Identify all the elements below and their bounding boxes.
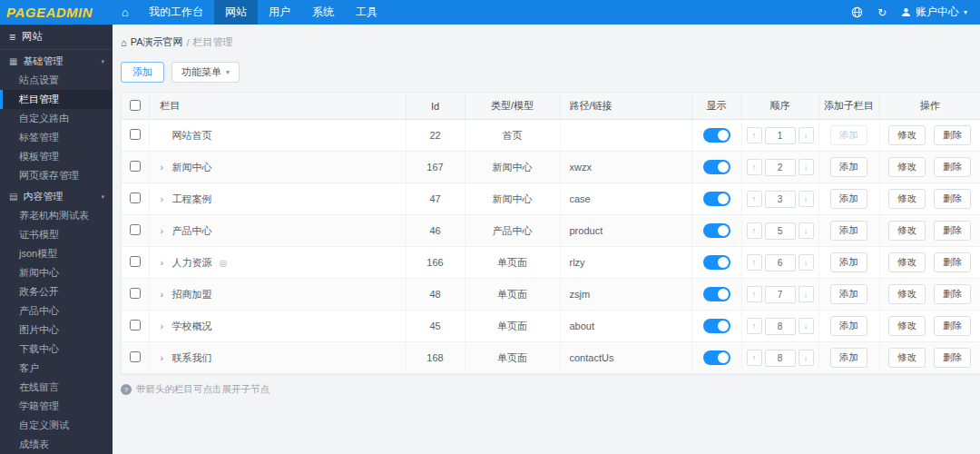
delete-button[interactable]: 删除	[934, 125, 971, 145]
order-down-button[interactable]: ↓	[799, 191, 814, 207]
delete-button[interactable]: 删除	[934, 221, 971, 241]
row-checkbox[interactable]	[130, 192, 141, 203]
order-up-button[interactable]: ↑	[747, 222, 762, 239]
visibility-toggle[interactable]	[703, 192, 730, 206]
sidebar-item[interactable]: 站点设置	[0, 71, 113, 90]
sidebar-item[interactable]: 成绩表	[0, 435, 113, 454]
modify-button[interactable]: 修改	[888, 284, 926, 304]
visibility-toggle[interactable]	[703, 350, 730, 365]
sidebar-item[interactable]: 模板管理	[0, 147, 113, 166]
row-checkbox[interactable]	[130, 129, 141, 140]
sidebar-item[interactable]: 养老机构测试表	[0, 206, 113, 225]
order-down-button[interactable]: ↓	[799, 159, 814, 175]
visibility-toggle[interactable]	[703, 319, 730, 333]
modify-button[interactable]: 修改	[888, 189, 926, 209]
modify-button[interactable]: 修改	[888, 316, 926, 336]
order-input[interactable]	[765, 286, 796, 303]
order-down-button[interactable]: ↓	[799, 222, 814, 239]
modify-button[interactable]: 修改	[888, 125, 926, 145]
expand-arrow-icon[interactable]: ›	[161, 193, 170, 204]
add-child-button[interactable]: 添加	[830, 252, 867, 272]
row-checkbox[interactable]	[130, 224, 141, 235]
expand-arrow-icon[interactable]: ›	[161, 225, 170, 236]
expand-arrow-icon[interactable]: ›	[161, 289, 170, 300]
sidebar-group[interactable]: ▤内容管理▾	[0, 187, 113, 206]
function-menu-button[interactable]: 功能菜单 ▾	[172, 62, 240, 83]
sidebar-item[interactable]: 下载中心	[0, 340, 113, 359]
add-child-button[interactable]: 添加	[830, 189, 867, 209]
sidebar-item[interactable]: 证书模型	[0, 225, 113, 244]
nav-item[interactable]: 网站	[214, 0, 258, 25]
delete-button[interactable]: 删除	[934, 189, 971, 209]
order-up-button[interactable]: ↑	[747, 318, 762, 334]
sidebar-item[interactable]: 政务公开	[0, 282, 113, 301]
nav-home-button[interactable]: ⌂	[113, 0, 138, 25]
order-down-button[interactable]: ↓	[799, 350, 814, 366]
sidebar-item[interactable]: 标签管理	[0, 128, 113, 147]
order-down-button[interactable]: ↓	[799, 254, 814, 271]
row-checkbox[interactable]	[130, 288, 141, 299]
row-checkbox[interactable]	[130, 351, 141, 362]
delete-button[interactable]: 删除	[934, 252, 971, 272]
order-input[interactable]	[765, 318, 796, 335]
visibility-toggle[interactable]	[703, 128, 730, 143]
sidebar-group[interactable]: ▦基础管理▾	[0, 52, 113, 71]
add-child-button[interactable]: 添加	[830, 316, 867, 336]
order-input[interactable]	[765, 127, 796, 144]
delete-button[interactable]: 删除	[934, 284, 971, 304]
modify-button[interactable]: 修改	[888, 348, 926, 368]
order-input[interactable]	[765, 159, 796, 176]
order-up-button[interactable]: ↑	[747, 127, 762, 143]
sidebar-item[interactable]: 产品中心	[0, 301, 113, 321]
nav-item[interactable]: 工具	[345, 0, 388, 25]
order-up-button[interactable]: ↑	[747, 254, 762, 271]
order-up-button[interactable]: ↑	[747, 191, 762, 207]
add-child-button[interactable]: 添加	[830, 157, 867, 177]
order-input[interactable]	[765, 350, 796, 367]
visibility-toggle[interactable]	[703, 287, 730, 301]
order-input[interactable]	[765, 222, 796, 240]
row-checkbox[interactable]	[130, 320, 141, 331]
order-down-button[interactable]: ↓	[799, 286, 814, 302]
sidebar-item[interactable]: 网页缓存管理	[0, 166, 113, 185]
select-all-checkbox[interactable]	[130, 100, 141, 111]
sidebar-item[interactable]: 在线留言	[0, 378, 113, 397]
modify-button[interactable]: 修改	[888, 252, 926, 272]
language-globe-icon[interactable]	[851, 6, 863, 18]
delete-button[interactable]: 删除	[934, 348, 971, 368]
order-down-button[interactable]: ↓	[799, 318, 814, 334]
row-checkbox[interactable]	[130, 256, 141, 267]
order-input[interactable]	[765, 254, 796, 271]
breadcrumb-site[interactable]: PA演示官网	[131, 35, 183, 49]
sidebar-item[interactable]: 新闻中心	[0, 263, 113, 282]
order-down-button[interactable]: ↓	[799, 127, 814, 143]
delete-button[interactable]: 删除	[934, 316, 971, 336]
modify-button[interactable]: 修改	[888, 221, 926, 241]
nav-item[interactable]: 系统	[301, 0, 345, 25]
sidebar-item[interactable]: 栏目管理	[0, 90, 113, 109]
nav-item[interactable]: 用户	[258, 0, 301, 25]
visibility-toggle[interactable]	[703, 160, 730, 174]
visibility-toggle[interactable]	[703, 255, 730, 270]
sidebar-item[interactable]: 客户	[0, 359, 113, 378]
add-child-button[interactable]: 添加	[830, 221, 867, 241]
add-child-button[interactable]: 添加	[830, 284, 867, 304]
order-up-button[interactable]: ↑	[747, 350, 762, 366]
order-up-button[interactable]: ↑	[747, 159, 762, 175]
order-up-button[interactable]: ↑	[747, 286, 762, 302]
nav-item[interactable]: 我的工作台	[138, 0, 214, 25]
modify-button[interactable]: 修改	[888, 157, 926, 177]
sidebar-item[interactable]: 图片中心	[0, 321, 113, 340]
add-child-button[interactable]: 添加	[830, 125, 867, 145]
expand-arrow-icon[interactable]: ›	[161, 321, 170, 331]
order-input[interactable]	[765, 191, 796, 208]
delete-button[interactable]: 删除	[934, 157, 971, 177]
row-checkbox[interactable]	[130, 161, 141, 172]
account-menu[interactable]: 账户中心 ▾	[901, 5, 967, 20]
sidebar-title[interactable]: ≡ 网站	[0, 25, 113, 50]
add-child-button[interactable]: 添加	[830, 348, 867, 368]
sidebar-item[interactable]: 自定义路由	[0, 109, 113, 128]
expand-arrow-icon[interactable]: ›	[161, 257, 170, 268]
sidebar-item[interactable]: 学籍管理	[0, 397, 113, 416]
add-button[interactable]: 添加	[121, 62, 164, 83]
